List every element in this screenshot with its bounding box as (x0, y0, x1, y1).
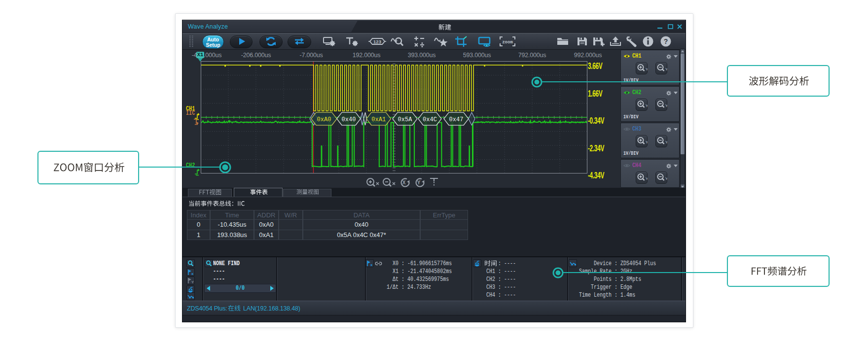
svg-text:Y: Y (665, 140, 667, 144)
svg-text:Y: Y (665, 67, 667, 71)
svg-text:x: x (191, 272, 194, 276)
svg-text:X: X (402, 180, 406, 185)
svg-text:Y: Y (665, 104, 667, 108)
svg-text:Y: Y (417, 180, 421, 185)
svg-text:0x5A: 0x5A (398, 116, 413, 123)
svg-text:Y: Y (665, 176, 667, 181)
svg-text:Y: Y (646, 67, 648, 71)
svg-text:x: x (370, 263, 373, 267)
svg-text:Y: Y (646, 176, 648, 181)
svg-text:0xA0: 0xA0 (317, 116, 331, 123)
svg-text:0xA1: 0xA1 (371, 116, 386, 123)
svg-text:Y: Y (646, 104, 648, 108)
svg-text:0x4C: 0x4C (423, 116, 437, 123)
svg-text:0x47: 0x47 (449, 116, 464, 123)
svg-text:Y: Y (646, 140, 648, 144)
svg-text:Y: Y (191, 280, 194, 284)
svg-text:?: ? (664, 37, 668, 45)
svg-text:zoom: zoom (502, 40, 513, 45)
svg-text:123: 123 (373, 39, 381, 44)
svg-text:0x40: 0x40 (342, 116, 356, 123)
